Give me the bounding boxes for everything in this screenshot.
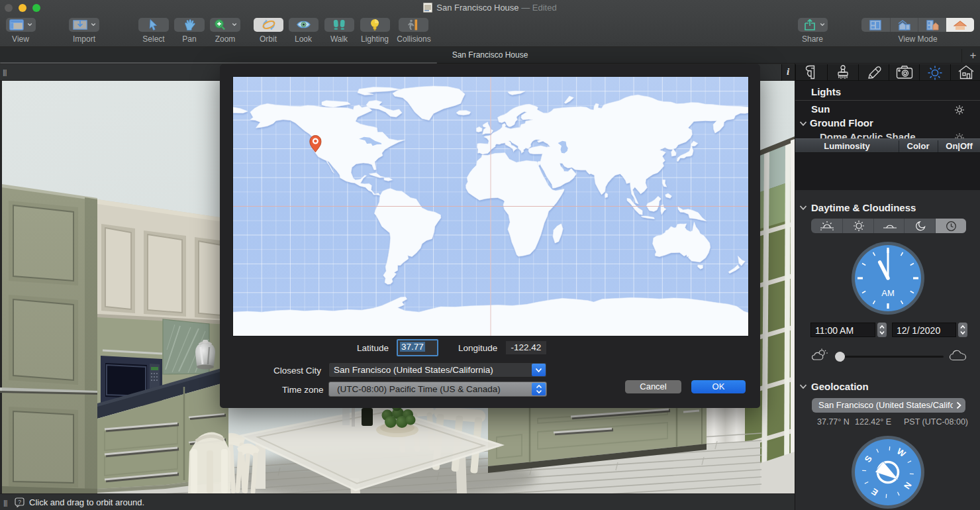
svg-text:?: ? <box>18 499 21 505</box>
svg-text:AM: AM <box>881 288 895 298</box>
